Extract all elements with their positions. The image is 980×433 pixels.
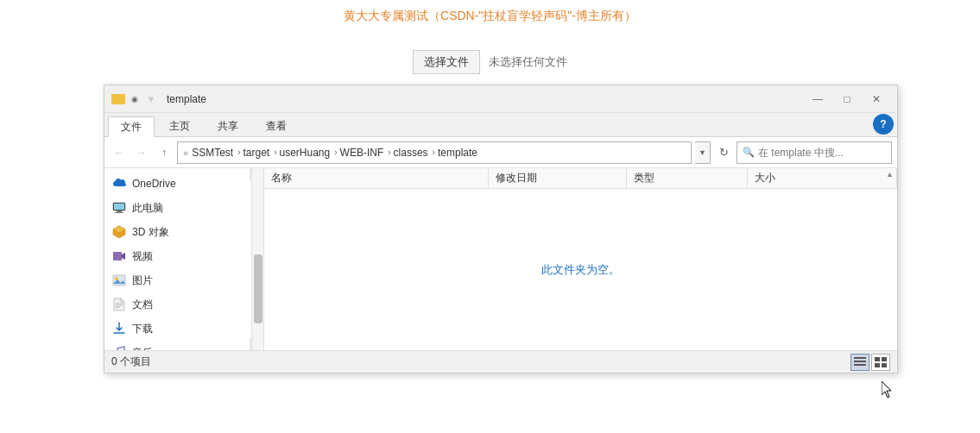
path-arrow-3: › (334, 147, 337, 157)
path-segment-target: target › (243, 147, 279, 159)
sidebar-item-documents[interactable]: 文档 (104, 292, 263, 317)
col-header-size[interactable]: 大小 (748, 168, 897, 188)
image-icon (111, 273, 127, 288)
address-bar: ← → ↑ » SSMTest › target › userHuang › W… (104, 137, 897, 168)
file-list: 名称 修改日期 类型 大小 ▲ 此文件夹为空。 (264, 168, 897, 350)
col-header-date[interactable]: 修改日期 (489, 168, 627, 188)
path-arrow-2: › (274, 147, 276, 157)
svg-rect-20 (882, 357, 887, 361)
window-title: template (167, 93, 800, 105)
document-icon (111, 297, 127, 312)
header-scroll-indicator: ▲ (882, 168, 897, 180)
view-detail-button[interactable] (850, 354, 869, 371)
title-bar-controls: — □ ✕ (804, 91, 890, 108)
bg-title: 黄大大专属测试（CSDN-"拄杖盲学轻声码"-博主所有） (344, 9, 636, 24)
folder-small-icon (111, 92, 125, 106)
tab-share[interactable]: 共享 (205, 116, 251, 136)
sidebar-item-3d[interactable]: 3D 对象 (104, 220, 263, 244)
file-list-header: 名称 修改日期 类型 大小 ▲ (264, 168, 897, 189)
svg-rect-19 (875, 357, 880, 361)
address-path[interactable]: » SSMTest › target › userHuang › WEB-INF… (177, 141, 692, 164)
path-segment-classes: classes › (394, 147, 438, 159)
path-segment-webinf: WEB-INF › (340, 147, 394, 159)
svg-rect-3 (115, 212, 123, 213)
cloud-icon (111, 176, 127, 191)
download-icon (111, 321, 127, 336)
path-arrow-4: › (388, 147, 390, 157)
tab-home[interactable]: 主页 (156, 116, 203, 136)
up-button[interactable]: ↑ (155, 143, 174, 162)
maximize-button[interactable]: □ (833, 91, 861, 108)
path-segment-template: template (438, 147, 477, 159)
status-bar: 0 个项目 (104, 350, 897, 373)
ribbon-icon: ◉ (128, 92, 142, 106)
col-header-name[interactable]: 名称 (264, 168, 489, 188)
sidebar: ▲ OneDrive (104, 168, 264, 350)
path-double-arrow: » (183, 147, 188, 158)
forward-button[interactable]: → (132, 143, 151, 162)
svg-rect-22 (882, 363, 887, 367)
minimize-button[interactable]: — (804, 91, 831, 108)
svg-rect-21 (875, 363, 880, 367)
choose-file-button[interactable]: 选择文件 (413, 50, 480, 74)
video-icon (111, 248, 127, 264)
svg-rect-2 (117, 210, 122, 212)
svg-rect-17 (854, 361, 866, 362)
path-segment-userhuang: userHuang › (280, 147, 340, 159)
address-dropdown[interactable]: ▼ (695, 141, 711, 164)
explorer-window: ◉ ▼ template — □ ✕ 文件 主页 共享 查看 ? ← → ↑ » (104, 85, 898, 373)
sidebar-item-label-thispc: 此电脑 (132, 201, 163, 216)
sidebar-item-downloads[interactable]: 下载 (104, 317, 263, 341)
sidebar-item-pictures[interactable]: 图片 (104, 268, 263, 292)
back-button[interactable]: ← (110, 143, 129, 162)
search-box: 🔍 (737, 141, 892, 164)
svg-rect-16 (854, 357, 866, 359)
main-area: ▲ OneDrive (104, 168, 897, 350)
svg-rect-6 (113, 252, 122, 260)
path-arrow-1: › (237, 147, 240, 157)
sidebar-item-label-downloads: 下载 (132, 322, 153, 336)
sidebar-item-music[interactable]: 音乐 (104, 341, 263, 350)
sidebar-item-label-pictures: 图片 (132, 273, 153, 288)
file-list-content: 此文件夹为空。 (264, 189, 897, 350)
svg-marker-7 (122, 253, 125, 260)
sidebar-item-video[interactable]: 视频 (104, 244, 263, 268)
path-segment-ssmtest: SSMTest › (192, 147, 243, 159)
close-button[interactable]: ✕ (863, 91, 890, 108)
sidebar-scrollbar-thumb (254, 254, 262, 323)
view-buttons (850, 354, 890, 371)
no-file-label: 未选择任何文件 (489, 54, 567, 70)
view-preview-button[interactable] (871, 354, 890, 371)
col-header-type[interactable]: 类型 (627, 168, 748, 188)
status-item-count: 0 个项目 (111, 355, 151, 369)
sidebar-item-thispc[interactable]: 此电脑 (104, 196, 263, 220)
svg-rect-1 (114, 204, 124, 210)
title-bar: ◉ ▼ template — □ ✕ (104, 85, 897, 113)
path-arrow-5: › (433, 147, 435, 157)
computer-icon (111, 200, 127, 216)
sidebar-item-label-video: 视频 (132, 249, 153, 264)
svg-rect-8 (113, 275, 125, 286)
ribbon-tabs: 文件 主页 共享 查看 ? (104, 113, 897, 137)
search-input[interactable] (758, 147, 886, 159)
empty-folder-message: 此文件夹为空。 (541, 262, 620, 278)
tab-view[interactable]: 查看 (253, 116, 300, 136)
music-icon (111, 345, 127, 350)
sidebar-item-label-onedrive: OneDrive (132, 178, 176, 190)
sidebar-item-label-3d: 3D 对象 (132, 225, 169, 240)
title-bar-icons: ◉ ▼ (111, 92, 158, 106)
refresh-button[interactable]: ↻ (714, 143, 733, 162)
svg-rect-18 (854, 364, 866, 366)
search-icon: 🔍 (743, 147, 755, 158)
quick-access-icon: ▼ (144, 92, 158, 106)
help-button[interactable]: ? (873, 114, 894, 135)
sidebar-item-label-documents: 文档 (132, 298, 153, 312)
sidebar-item-label-music: 音乐 (132, 346, 153, 351)
file-input-area: 选择文件 未选择任何文件 (413, 50, 567, 74)
sidebar-item-onedrive[interactable]: OneDrive (104, 172, 263, 196)
3d-icon (111, 224, 127, 240)
sidebar-scrollbar[interactable] (251, 168, 263, 350)
tab-file[interactable]: 文件 (108, 116, 155, 137)
